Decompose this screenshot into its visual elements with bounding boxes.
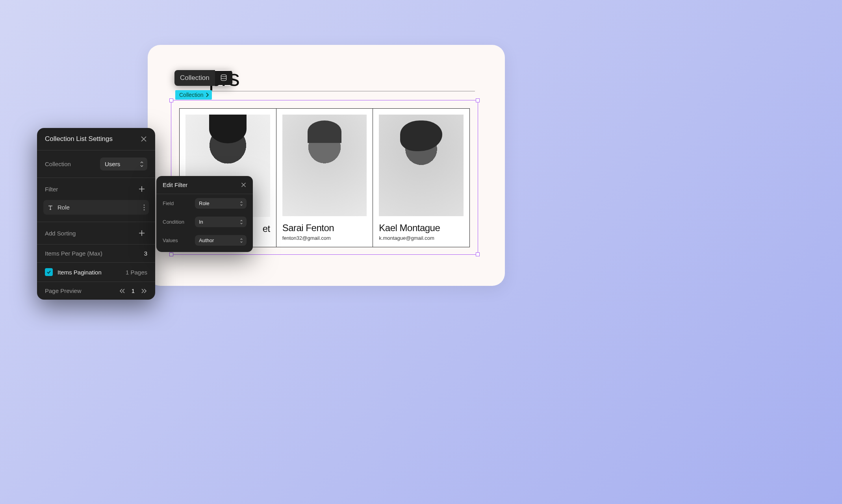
list-item: Sarai Fenton fenton32@gmail.com <box>276 109 373 247</box>
svg-point-0 <box>221 75 226 77</box>
pagination-label: Items Pagination <box>57 269 102 276</box>
element-tooltip: Collection <box>174 70 232 86</box>
check-icon <box>46 270 51 274</box>
card-email: k.montague@gmail.com <box>379 235 464 241</box>
svg-point-2 <box>144 207 145 208</box>
page-preview-label: Page Preview <box>45 287 82 294</box>
close-icon <box>241 182 247 188</box>
pagination-checkbox[interactable] <box>45 268 53 276</box>
page-preview-current: 1 <box>129 287 137 294</box>
edit-filter-panel: Edit Filter Field Role Condition In Valu… <box>156 176 253 252</box>
close-button[interactable] <box>241 182 247 188</box>
collection-select[interactable]: Users <box>100 158 147 170</box>
card-email: fenton32@gmail.com <box>282 235 367 241</box>
database-icon <box>215 71 232 85</box>
svg-point-3 <box>144 209 145 210</box>
more-vertical-icon <box>143 204 145 211</box>
title-underline <box>176 91 475 91</box>
filter-label: Filter <box>45 186 58 193</box>
filter-chip-menu-button[interactable] <box>143 204 145 211</box>
select-chevrons-icon <box>239 219 243 225</box>
page-preview-prev-button[interactable] <box>119 288 125 294</box>
svg-point-1 <box>144 204 145 206</box>
avatar <box>379 115 464 216</box>
add-sorting-button[interactable] <box>136 228 147 239</box>
select-chevrons-icon <box>139 161 144 168</box>
condition-select[interactable]: In <box>195 217 247 227</box>
close-button[interactable] <box>140 135 147 143</box>
add-sorting-label: Add Sorting <box>45 230 76 237</box>
select-chevrons-icon <box>239 238 243 243</box>
items-per-page-label: Items Per Page (Max) <box>45 250 102 257</box>
pagination-page-count: 1 Pages <box>126 269 147 276</box>
collection-list-settings-panel: Collection List Settings Collection User… <box>37 128 155 300</box>
resize-handle-bl[interactable] <box>169 252 173 256</box>
close-icon <box>140 135 147 143</box>
resize-handle-br[interactable] <box>476 252 480 256</box>
text-type-icon <box>47 204 54 211</box>
plus-icon <box>138 230 145 237</box>
panel-title: Collection List Settings <box>45 135 113 143</box>
resize-handle-tl[interactable] <box>169 98 173 102</box>
select-chevrons-icon <box>239 201 243 206</box>
list-item: Kael Montague k.montague@gmail.com <box>373 109 469 247</box>
avatar <box>282 115 367 216</box>
chevrons-right-icon <box>141 288 147 294</box>
chevrons-left-icon <box>119 288 125 294</box>
filter-chip[interactable]: Role <box>43 200 149 215</box>
collection-label: Collection <box>45 161 71 167</box>
condition-label: Condition <box>163 219 191 225</box>
field-label: Field <box>163 200 191 206</box>
page-preview-next-button[interactable] <box>141 288 147 294</box>
add-filter-button[interactable] <box>136 183 147 195</box>
element-tooltip-label: Collection <box>174 70 215 86</box>
plus-icon <box>138 185 145 193</box>
filter-chip-text: Role <box>57 204 70 211</box>
edit-filter-title: Edit Filter <box>163 182 187 188</box>
card-name: Sarai Fenton <box>282 222 367 233</box>
field-select[interactable]: Role <box>195 198 247 209</box>
selection-tag[interactable]: Collection <box>175 90 212 100</box>
values-label: Values <box>163 237 191 243</box>
values-select[interactable]: Author <box>195 235 247 246</box>
items-per-page-value[interactable]: 3 <box>144 250 147 257</box>
chevron-right-icon <box>206 93 210 97</box>
card-name: Kael Montague <box>379 222 464 233</box>
resize-handle-tr[interactable] <box>476 98 480 102</box>
